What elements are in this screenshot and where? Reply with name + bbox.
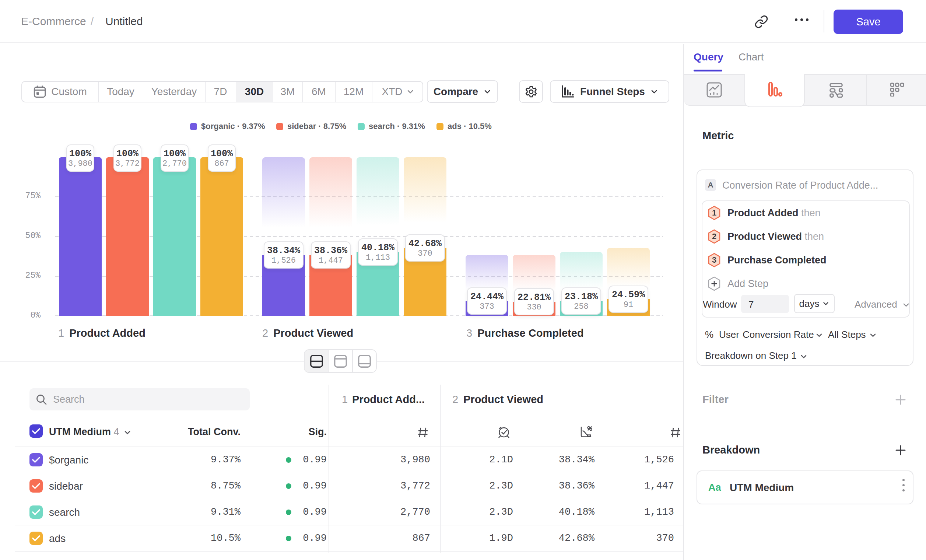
- svg-text:2: 2: [712, 232, 716, 241]
- svg-text:1: 1: [712, 208, 716, 217]
- svg-text:3: 3: [712, 255, 716, 265]
